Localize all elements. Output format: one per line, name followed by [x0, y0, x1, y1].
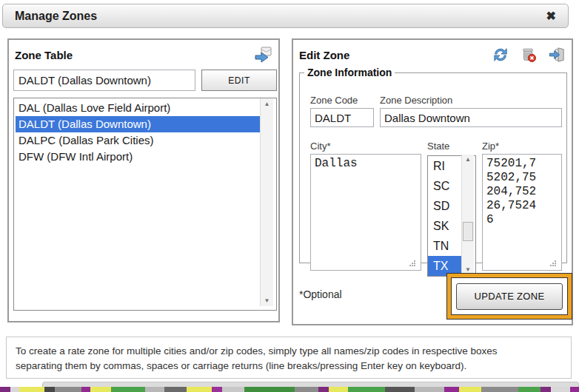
dialog-title: Manage Zones: [15, 10, 97, 23]
edit-zone-header: Edit Zone: [299, 44, 566, 65]
edit-button[interactable]: EDIT: [201, 70, 277, 91]
delete-zone-icon[interactable]: [520, 47, 538, 63]
zip-value: 75201,75202,75204,75226,75246: [486, 157, 536, 227]
zone-description-label: Zone Description: [380, 95, 452, 106]
city-value: Dallas: [315, 157, 417, 171]
state-option[interactable]: TX: [428, 256, 463, 276]
footer-note-line1: To create a rate zone for multiple citie…: [16, 344, 562, 359]
zone-list-item[interactable]: DALPC (Dallas Park Cities): [16, 132, 261, 149]
state-label: State: [427, 141, 449, 152]
zone-list-scrollbar[interactable]: ▲ ▼: [260, 98, 273, 306]
zone-table-header: Zone Table: [15, 44, 272, 65]
state-option[interactable]: SK: [428, 216, 463, 236]
zone-description-input[interactable]: [380, 108, 562, 127]
zone-code-input[interactable]: [310, 108, 374, 127]
refresh-icon[interactable]: [492, 47, 509, 63]
zone-code-label: Zone Code: [310, 95, 358, 106]
optional-note: *Optional: [299, 288, 342, 300]
background-window-edge: [42, 382, 579, 387]
city-textarea[interactable]: Dallas: [310, 154, 421, 271]
edit-zone-title: Edit Zone: [299, 49, 349, 61]
zone-listbox[interactable]: DAL (Dallas Love Field Airport)DALDT (Da…: [13, 98, 277, 311]
state-scroll-thumb[interactable]: [463, 222, 473, 241]
zip-label: Zip*: [482, 141, 499, 152]
state-scrollbar[interactable]: ▲ ▼: [461, 155, 474, 274]
zone-list-item[interactable]: DALDT (Dallas Downtown): [16, 116, 261, 132]
edit-zone-panel: Edit Zone: [292, 38, 573, 325]
resize-grip-icon[interactable]: [555, 260, 556, 262]
add-zone-icon[interactable]: [255, 47, 272, 63]
zone-list-item[interactable]: DFW (DFW Intl Airport): [16, 149, 261, 165]
zone-table-title: Zone Table: [15, 49, 73, 61]
background-strip: [0, 387, 579, 392]
dialog-titlebar: Manage Zones ✖: [2, 4, 569, 28]
zone-information-legend: Zone Information: [304, 67, 395, 78]
city-label: City*: [310, 141, 330, 152]
update-zone-annotation: UPDATE ZONE: [447, 274, 572, 319]
state-option[interactable]: TN: [428, 236, 463, 256]
footer-note-line2: separating them by commas, spaces or car…: [16, 359, 562, 374]
zone-list-item[interactable]: DAL (Dallas Love Field Airport): [16, 100, 261, 116]
zone-information-fieldset: Zone Information Zone Code Zone Descript…: [299, 67, 567, 263]
scroll-up-icon[interactable]: ▲: [261, 98, 273, 109]
footer-note: To create a rate zone for multiple citie…: [6, 337, 572, 379]
state-option[interactable]: RI: [428, 156, 463, 176]
edit-zone-toolbar: [492, 47, 566, 63]
zone-filter-input[interactable]: [13, 70, 195, 91]
update-zone-button[interactable]: UPDATE ZONE: [456, 283, 563, 310]
exit-icon[interactable]: [548, 47, 566, 63]
state-scroll-up-icon[interactable]: ▲: [462, 155, 474, 164]
state-option[interactable]: SC: [428, 176, 463, 196]
state-option[interactable]: SD: [428, 196, 463, 216]
resize-grip-icon[interactable]: [414, 260, 415, 262]
manage-zones-dialog: Manage Zones ✖ Zone Table EDIT DAL (Dall…: [0, 0, 579, 392]
zip-textarea[interactable]: 75201,75202,75204,75226,75246: [482, 154, 562, 271]
scroll-down-icon[interactable]: ▼: [261, 295, 273, 306]
close-icon[interactable]: ✖: [546, 10, 556, 22]
zone-table-panel: Zone Table EDIT DAL (Dallas Love Field A…: [7, 38, 280, 322]
